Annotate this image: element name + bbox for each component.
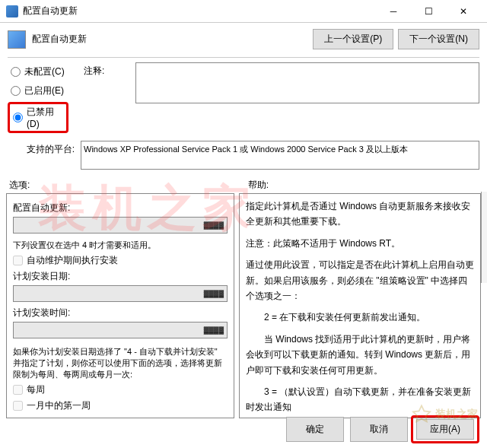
comment-label: 注释: (84, 62, 129, 78)
chevron-down-icon: ▓▓▓▓ (204, 221, 224, 229)
maximize-button[interactable]: ☐ (411, 0, 446, 23)
subheader: 配置自动更新 上一个设置(P) 下一个设置(N) (0, 23, 487, 56)
radio-disabled[interactable]: 已禁用(D) (13, 106, 63, 129)
divider (8, 57, 479, 58)
help-text: 指定此计算机是否通过 Windows 自动更新服务来接收安全更新和其他重要下载。 (246, 199, 474, 230)
minimize-button[interactable]: ─ (376, 0, 411, 23)
help-text: 3 = （默认设置）自动下载更新，并在准备安装更新时发出通知 (246, 384, 474, 415)
subhead-title: 配置自动更新 (32, 33, 87, 46)
config-update-dropdown[interactable]: ▓▓▓▓ (13, 217, 228, 234)
options-pane: 配置自动更新: ▓▓▓▓ 下列设置仅在选中 4 时才需要和适用。 自动维护期间执… (6, 193, 234, 418)
panes: 配置自动更新: ▓▓▓▓ 下列设置仅在选中 4 时才需要和适用。 自动维护期间执… (0, 193, 487, 418)
chk-maintenance[interactable]: 自动维护期间执行安装 (13, 254, 228, 267)
chk-first-week[interactable]: 一月中的第一周 (13, 399, 228, 412)
window-controls: ─ ☐ ✕ (376, 0, 481, 23)
sched-time-dropdown[interactable]: ▓▓▓▓ (13, 322, 228, 338)
options-long-note: 如果你为计划安装日期选择了 "4 - 自动下载并计划安装" 并指定了计划，则你还… (13, 346, 228, 380)
highlight-disabled: 已禁用(D) (8, 102, 68, 133)
platform-label: 支持的平台: (8, 141, 75, 156)
highlight-apply: 应用(A) (411, 415, 479, 443)
help-pane: 指定此计算机是否通过 Windows 自动更新服务来接收安全更新和其他重要下载。… (239, 193, 481, 418)
close-button[interactable]: ✕ (446, 0, 481, 23)
cancel-button[interactable]: 取消 (350, 417, 408, 442)
dialog-footer: 确定 取消 应用(A) (286, 417, 476, 442)
radio-enabled[interactable]: 已启用(E) (11, 84, 65, 97)
help-text: 2 = 在下载和安装任何更新前发出通知。 (246, 310, 474, 325)
chevron-down-icon: ▓▓▓▓ (204, 290, 224, 297)
help-text: 注意：此策略不适用于 Windows RT。 (246, 236, 474, 251)
config-update-label: 配置自动更新: (13, 202, 228, 214)
chk-weekly[interactable]: 每周 (13, 383, 228, 396)
comment-row: 注释: (76, 59, 487, 106)
sched-time-label: 计划安装时间: (13, 307, 228, 319)
apply-button[interactable]: 应用(A) (416, 419, 474, 440)
window-title: 配置自动更新 (23, 5, 376, 17)
policy-icon (8, 30, 26, 49)
sched-day-label: 计划安装日期: (13, 270, 228, 283)
comment-textbox[interactable] (135, 62, 479, 103)
pane-headers: 选项: 帮助: (0, 174, 487, 193)
options-header: 选项: (9, 179, 239, 192)
platform-row: 支持的平台: Windows XP Professional Service P… (0, 138, 487, 174)
help-text: 通过使用此设置，可以指定是否在此计算机上启用自动更新。如果启用该服务，则必须在 … (246, 257, 474, 303)
state-radio-group: 未配置(C) 已启用(E) 已禁用(D) (0, 59, 76, 138)
chevron-down-icon: ▓▓▓▓ (204, 326, 224, 334)
platform-textbox: Windows XP Professional Service Pack 1 或… (81, 141, 479, 170)
help-text: 当 Windows 找到适用于此计算机的更新时，用户将会收到可以下载更新的通知。… (246, 332, 474, 378)
ok-button[interactable]: 确定 (286, 417, 344, 442)
next-setting-button[interactable]: 下一个设置(N) (398, 29, 479, 49)
radio-not-configured[interactable]: 未配置(C) (11, 65, 65, 78)
app-icon (6, 5, 18, 17)
titlebar: 配置自动更新 ─ ☐ ✕ (0, 0, 487, 23)
options-note: 下列设置仅在选中 4 时才需要和适用。 (13, 240, 228, 251)
sched-day-dropdown[interactable]: ▓▓▓▓ (13, 285, 228, 302)
prev-setting-button[interactable]: 上一个设置(P) (313, 29, 393, 49)
right-edge-fragment (481, 192, 487, 283)
help-header: 帮助: (239, 179, 478, 192)
